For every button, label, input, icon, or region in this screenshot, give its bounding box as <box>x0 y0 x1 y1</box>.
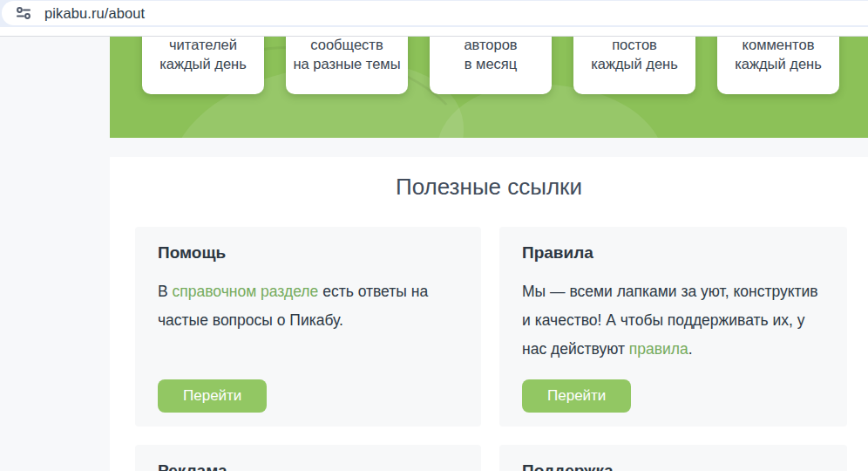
stat-card-label: авторовв месяц <box>430 37 552 73</box>
stat-card-posts: постовкаждый день <box>573 37 695 94</box>
stat-card-readers: читателейкаждый день <box>142 37 264 94</box>
card-text-segment: . <box>688 340 693 358</box>
card-text-segment: В <box>158 283 173 300</box>
useful-links-panel: Полезные ссылки Помощь В справочном разд… <box>110 157 868 471</box>
stat-card-label: читателейкаждый день <box>142 37 264 73</box>
site-controls-icon[interactable] <box>15 4 32 22</box>
card-title: Правила <box>522 243 824 263</box>
card-title: Поддержка <box>522 461 824 471</box>
url-text: pikabu.ru/about <box>44 5 145 22</box>
stat-card-comments: комментовкаждый день <box>717 37 839 94</box>
card-rules: Правила Мы — всеми лапками за уют, конст… <box>499 227 847 427</box>
links-cards-grid: Помощь В справочном разделе есть ответы … <box>135 227 868 471</box>
card-advertising: Реклама <box>135 445 481 471</box>
card-text: Мы — всеми лапками за уют, конструктив и… <box>522 277 824 364</box>
browser-toolbar: pikabu.ru/about <box>0 0 868 27</box>
stat-card-label: сообществна разные темы <box>286 37 408 73</box>
stat-card-communities: сообществна разные темы <box>286 37 408 94</box>
stat-card-authors: авторовв месяц <box>430 37 552 94</box>
stat-card-label: комментовкаждый день <box>717 37 839 73</box>
card-help: Помощь В справочном разделе есть ответы … <box>135 227 481 427</box>
section-title: Полезные ссылки <box>110 157 868 201</box>
card-support: Поддержка <box>499 445 847 471</box>
rules-link[interactable]: правила <box>629 340 688 358</box>
stats-banner: читателейкаждый день сообществна разные … <box>110 37 868 138</box>
rules-go-button[interactable]: Перейти <box>522 379 631 413</box>
help-section-link[interactable]: справочном разделе <box>173 283 319 300</box>
help-go-button[interactable]: Перейти <box>158 379 267 413</box>
toolbar-bottom-strip <box>0 27 868 37</box>
card-text: В справочном разделе есть ответы на част… <box>158 277 458 335</box>
card-title: Реклама <box>158 461 458 471</box>
address-bar[interactable]: pikabu.ru/about <box>2 1 868 25</box>
card-title: Помощь <box>158 243 458 263</box>
stat-card-label: постовкаждый день <box>573 37 695 73</box>
